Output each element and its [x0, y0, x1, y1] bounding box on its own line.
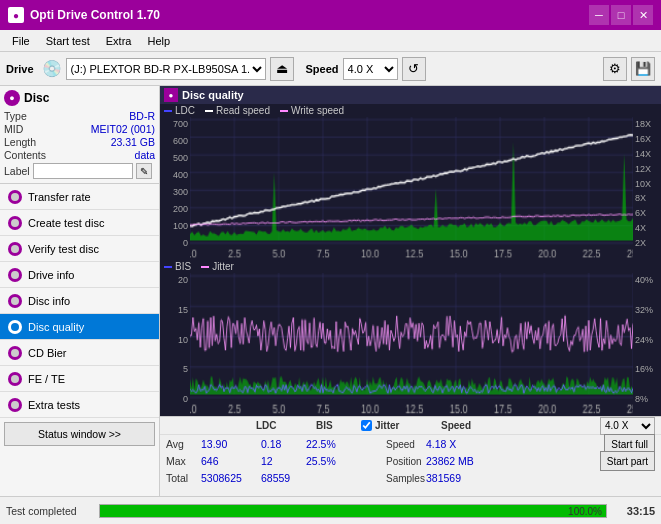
- disc-panel: ● Disc Type BD-R MID MEIT02 (001) Length…: [0, 86, 159, 184]
- titlebar: ● Opti Drive Control 1.70 ─ □ ✕: [0, 0, 661, 30]
- nav-extra-tests[interactable]: Extra tests: [0, 392, 159, 418]
- menu-file[interactable]: File: [4, 33, 38, 49]
- drive-label: Drive: [6, 63, 34, 75]
- position-val: 23862 MB: [426, 455, 474, 467]
- progress-label: Test completed: [6, 505, 91, 517]
- ldc-avg: 13.90: [201, 438, 261, 450]
- nav-disc-info[interactable]: Disc info: [0, 288, 159, 314]
- menu-help[interactable]: Help: [139, 33, 178, 49]
- avg-label: Avg: [166, 438, 201, 450]
- nav-drive-info[interactable]: Drive info: [0, 262, 159, 288]
- close-button[interactable]: ✕: [633, 5, 653, 25]
- menu-extra[interactable]: Extra: [98, 33, 140, 49]
- right-panel: ● Disc quality LDC Read speed Write spee…: [160, 86, 661, 496]
- window-controls: ─ □ ✕: [589, 5, 653, 25]
- minimize-button[interactable]: ─: [589, 5, 609, 25]
- maximize-button[interactable]: □: [611, 5, 631, 25]
- drive-select[interactable]: (J:) PLEXTOR BD-R PX-LB950SA 1.06: [66, 58, 266, 80]
- speed-select[interactable]: 4.0 X: [343, 58, 398, 80]
- refresh-button[interactable]: ↺: [402, 57, 426, 81]
- menu-starttest[interactable]: Start test: [38, 33, 98, 49]
- ldc-total: 5308625: [201, 472, 261, 484]
- ldc-header: LDC: [256, 420, 316, 431]
- chart-title: Disc quality: [182, 89, 244, 101]
- chart2-area: 20 15 10 5 0 40% 32% 24% 16% 8%: [160, 273, 661, 416]
- bis-max: 12: [261, 455, 306, 467]
- bis-total: 68559: [261, 472, 306, 484]
- length-label: Length: [4, 136, 36, 148]
- status-window-button[interactable]: Status window >>: [4, 422, 155, 446]
- speed-label2: Speed: [386, 439, 426, 450]
- jitter-checkbox[interactable]: [361, 420, 372, 431]
- bis-header: BIS: [316, 420, 361, 431]
- label-edit-button[interactable]: ✎: [136, 163, 152, 179]
- length-value: 23.31 GB: [111, 136, 155, 148]
- progress-pct: 100.0%: [568, 505, 602, 519]
- type-value: BD-R: [129, 110, 155, 122]
- sidebar: ● Disc Type BD-R MID MEIT02 (001) Length…: [0, 86, 160, 496]
- speed-val: 4.18 X: [426, 438, 456, 450]
- toolbar: Drive 💿 (J:) PLEXTOR BD-R PX-LB950SA 1.0…: [0, 52, 661, 86]
- chart2-legend: BIS Jitter: [160, 260, 661, 273]
- bis-avg: 0.18: [261, 438, 306, 450]
- settings-button[interactable]: ⚙: [603, 57, 627, 81]
- total-label: Total: [166, 472, 201, 484]
- position-label: Position: [386, 456, 426, 467]
- jitter-header: Jitter: [375, 420, 399, 431]
- menubar: File Start test Extra Help: [0, 30, 661, 52]
- disc-fields: Type BD-R MID MEIT02 (001) Length 23.31 …: [4, 110, 155, 179]
- progress-bar: 100.0%: [99, 504, 607, 518]
- disc-panel-title: Disc: [24, 91, 49, 105]
- speed-stats-select[interactable]: 4.0 X: [600, 417, 655, 435]
- speed-label: Speed: [306, 63, 339, 75]
- chart1-legend: LDC Read speed Write speed: [160, 104, 661, 117]
- nav-transfer-rate[interactable]: Transfer rate: [0, 184, 159, 210]
- nav-disc-quality[interactable]: Disc quality: [0, 314, 159, 340]
- samples-label: Samples: [386, 473, 426, 484]
- ldc-max: 646: [201, 455, 261, 467]
- nav-cd-bier[interactable]: CD Bier: [0, 340, 159, 366]
- app-icon: ●: [8, 7, 24, 23]
- chart-header: ● Disc quality: [160, 86, 661, 104]
- speed-stats-header: Speed: [441, 420, 496, 431]
- nav-verify-test-disc[interactable]: Verify test disc: [0, 236, 159, 262]
- nav-fe-te[interactable]: FE / TE: [0, 366, 159, 392]
- eject-button[interactable]: ⏏: [270, 57, 294, 81]
- mid-value: MEIT02 (001): [91, 123, 155, 135]
- app-title: Opti Drive Control 1.70: [30, 8, 160, 22]
- label-key: Label: [4, 165, 30, 177]
- disc-panel-icon: ●: [4, 90, 20, 106]
- progress-area: Test completed 100.0% 33:15: [0, 496, 661, 524]
- chart-icon: ●: [164, 88, 178, 102]
- samples-val: 381569: [426, 472, 461, 484]
- contents-value: data: [135, 149, 155, 161]
- progress-bar-fill: [100, 505, 606, 517]
- mid-label: MID: [4, 123, 23, 135]
- time-display: 33:15: [615, 505, 655, 517]
- jitter-avg: 22.5%: [306, 438, 386, 450]
- start-part-button[interactable]: Start part: [600, 451, 655, 471]
- chart1-area: 700 600 500 400 300 200 100 0 18X 16X 14…: [160, 117, 661, 260]
- stats-bar: LDC BIS Jitter Speed 4.0 X Avg 13.: [160, 416, 661, 496]
- jitter-max: 25.5%: [306, 455, 386, 467]
- drive-icon: 💿: [42, 59, 62, 78]
- label-input[interactable]: [33, 163, 133, 179]
- nav-create-test-disc[interactable]: Create test disc: [0, 210, 159, 236]
- save-button[interactable]: 💾: [631, 57, 655, 81]
- max-label: Max: [166, 455, 201, 467]
- sidebar-nav: Transfer rate Create test disc Verify te…: [0, 184, 159, 418]
- type-label: Type: [4, 110, 27, 122]
- contents-label: Contents: [4, 149, 46, 161]
- titlebar-left: ● Opti Drive Control 1.70: [8, 7, 160, 23]
